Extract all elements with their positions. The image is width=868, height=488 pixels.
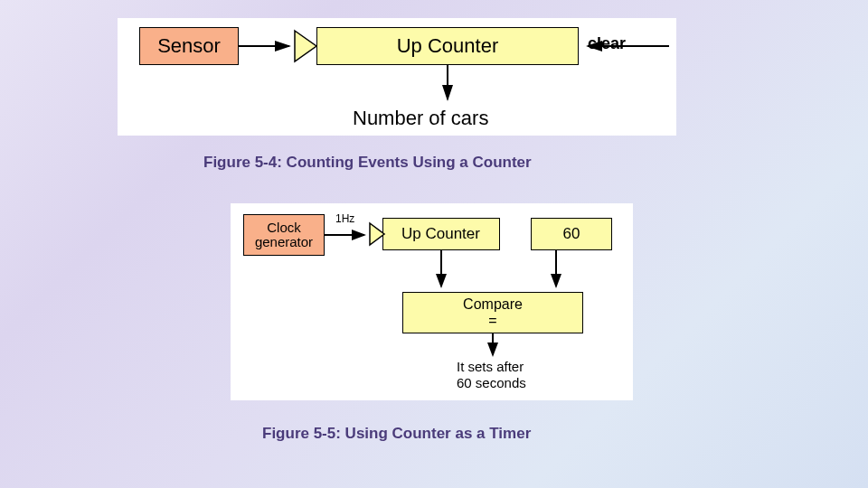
upcounter2-label: Up Counter [401,225,480,243]
figure-5-5-panel: Clock generator Up Counter 60 Compare = … [231,203,633,400]
upcounter-box: Up Counter [316,27,579,65]
upcounter-label: Up Counter [397,34,499,58]
output2-line1: It sets after [457,359,526,375]
compare-label-1: Compare [463,296,523,313]
output2-label: It sets after 60 seconds [457,359,526,391]
clear-label: clear [588,34,626,53]
output-label: Number of cars [353,107,488,130]
clockgen-label-2: generator [255,235,313,250]
sixty-label: 60 [563,225,580,243]
compare-label-2: = [488,313,496,329]
output2-line2: 60 seconds [457,375,526,391]
sensor-box: Sensor [139,27,239,65]
figure-5-4-caption: Figure 5-4: Counting Events Using a Coun… [203,154,532,172]
upcounter2-box: Up Counter [382,218,500,250]
sixty-box: 60 [531,218,612,250]
freq-label: 1Hz [335,212,354,225]
compare-box: Compare = [402,292,583,333]
sensor-label: Sensor [157,34,221,58]
clock-generator-box: Clock generator [243,214,325,256]
clockgen-label-1: Clock [267,221,301,236]
figure-5-4-panel: Sensor Up Counter clear Number of cars [118,18,676,136]
figure-5-5-caption: Figure 5-5: Using Counter as a Timer [262,425,531,443]
